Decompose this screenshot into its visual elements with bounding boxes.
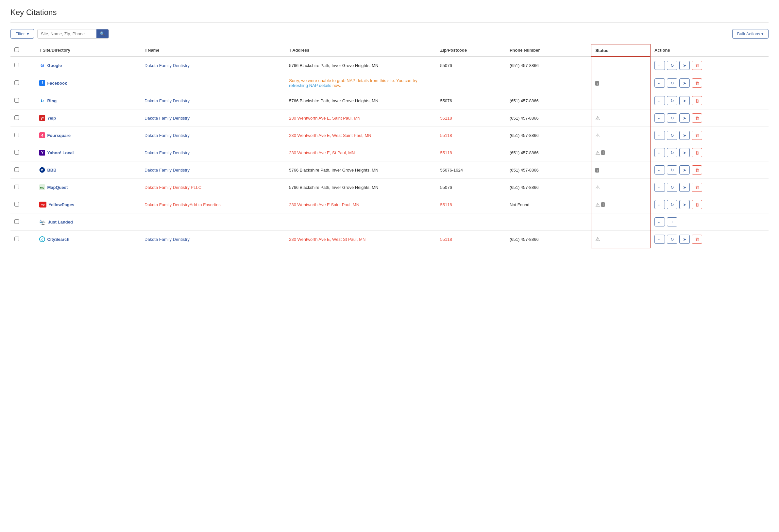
more-button[interactable]: ··· bbox=[654, 61, 665, 70]
delete-button[interactable]: 🗑 bbox=[692, 61, 702, 70]
more-button[interactable]: ··· bbox=[654, 165, 665, 175]
forward-button[interactable]: ➤ bbox=[679, 235, 690, 244]
status-icons: ⚠ i bbox=[595, 202, 605, 208]
forward-button[interactable]: ➤ bbox=[679, 96, 690, 105]
delete-button[interactable]: 🗑 bbox=[692, 148, 702, 157]
row-checkbox[interactable] bbox=[14, 133, 19, 137]
sync-button[interactable]: ↻ bbox=[667, 165, 677, 175]
more-button[interactable]: ··· bbox=[654, 235, 665, 244]
more-button[interactable]: ··· bbox=[654, 78, 665, 87]
name-link[interactable]: Dakota Family Dentistry bbox=[144, 237, 190, 242]
delete-button[interactable]: 🗑 bbox=[692, 131, 702, 140]
filter-button[interactable]: Filter ▾ bbox=[10, 29, 34, 39]
row-checkbox[interactable] bbox=[14, 63, 19, 67]
forward-button[interactable]: ➤ bbox=[679, 200, 690, 209]
row-checkbox-cell bbox=[10, 213, 35, 231]
yelp-icon: y! bbox=[39, 115, 45, 121]
row-checkbox[interactable] bbox=[14, 98, 19, 103]
sync-button[interactable]: ↻ bbox=[667, 113, 677, 123]
zip-value: 55118 bbox=[440, 116, 452, 121]
row-checkbox[interactable] bbox=[14, 202, 19, 206]
forward-button[interactable]: ➤ bbox=[679, 183, 690, 192]
sync-button[interactable]: ↻ bbox=[667, 183, 677, 192]
status-cell bbox=[591, 92, 650, 110]
more-button[interactable]: ··· bbox=[654, 131, 665, 140]
site-link[interactable]: Bing bbox=[47, 98, 57, 103]
address-cell: 5766 Blackshire Path, Inver Grove Height… bbox=[285, 179, 436, 196]
forward-button[interactable]: ➤ bbox=[679, 78, 690, 87]
site-link[interactable]: BBB bbox=[47, 168, 56, 173]
name-link[interactable]: Dakota Family Dentistry bbox=[144, 63, 190, 68]
phone-cell: (651) 457-8866 bbox=[506, 110, 591, 127]
phone-value: (651) 457-8866 bbox=[510, 98, 539, 103]
forward-button[interactable]: ➤ bbox=[679, 131, 690, 140]
zip-value: 55076 bbox=[440, 185, 452, 190]
search-button[interactable]: 🔍 bbox=[97, 29, 109, 38]
site-link[interactable]: Facebook bbox=[47, 81, 67, 86]
search-input[interactable] bbox=[38, 29, 97, 38]
row-checkbox[interactable] bbox=[14, 219, 19, 224]
more-button[interactable]: ··· bbox=[654, 200, 665, 209]
forward-button[interactable]: ➤ bbox=[679, 148, 690, 157]
sync-button[interactable]: ↻ bbox=[667, 61, 677, 70]
address-cell: 230 Wentworth Ave E, West St Paul, MN bbox=[285, 231, 436, 248]
more-button[interactable]: ··· bbox=[654, 96, 665, 105]
name-link[interactable]: Dakota Family Dentistry bbox=[144, 133, 190, 138]
row-checkbox[interactable] bbox=[14, 80, 19, 85]
name-cell: Dakota Family Dentistry bbox=[140, 127, 285, 144]
row-checkbox-cell bbox=[10, 144, 35, 161]
site-link[interactable]: Foursquare bbox=[47, 133, 71, 138]
row-checkbox[interactable] bbox=[14, 185, 19, 189]
sync-button[interactable]: ↻ bbox=[667, 200, 677, 209]
sync-button[interactable]: ↻ bbox=[667, 96, 677, 105]
delete-button[interactable]: 🗑 bbox=[692, 183, 702, 192]
site-link[interactable]: Yelp bbox=[47, 116, 56, 121]
mapquest-icon: MQ bbox=[39, 184, 45, 190]
site-link[interactable]: CitySearch bbox=[47, 237, 69, 242]
row-checkbox[interactable] bbox=[14, 150, 19, 154]
more-button[interactable]: ··· bbox=[654, 217, 665, 226]
delete-button[interactable]: 🗑 bbox=[692, 78, 702, 87]
address-cell bbox=[285, 213, 436, 231]
delete-button[interactable]: 🗑 bbox=[692, 113, 702, 123]
forward-button[interactable]: ➤ bbox=[679, 113, 690, 123]
bulk-actions-button[interactable]: Bulk Actions ▾ bbox=[732, 29, 769, 39]
site-link[interactable]: MapQuest bbox=[47, 185, 68, 190]
name-link[interactable]: Dakota Family Dentistry bbox=[144, 116, 190, 121]
name-link[interactable]: Dakota Family Dentistry bbox=[144, 150, 190, 155]
refresh-nap-link[interactable]: refreshing NAP details bbox=[289, 83, 331, 88]
delete-button[interactable]: 🗑 bbox=[692, 235, 702, 244]
select-all-checkbox[interactable] bbox=[14, 47, 19, 52]
name-cell bbox=[140, 74, 285, 92]
site-link[interactable]: Just Landed bbox=[48, 219, 73, 224]
site-link[interactable]: Yahoo! Local bbox=[47, 150, 73, 155]
name-link[interactable]: Dakota Family Dentistry bbox=[144, 168, 190, 173]
zip-cell: 55076 bbox=[436, 179, 506, 196]
delete-button[interactable]: 🗑 bbox=[692, 165, 702, 175]
forward-button[interactable]: ➤ bbox=[679, 61, 690, 70]
address-value: 230 Wentworth Ave E, Saint Paul, MN bbox=[289, 116, 360, 121]
site-link[interactable]: YellowPages bbox=[48, 202, 74, 207]
sync-button[interactable]: ↻ bbox=[667, 235, 677, 244]
forward-button[interactable]: ➤ bbox=[679, 165, 690, 175]
header-phone: Phone Number bbox=[506, 44, 591, 57]
status-cell bbox=[591, 57, 650, 74]
add-button[interactable]: + bbox=[667, 217, 677, 226]
site-link[interactable]: Google bbox=[47, 63, 62, 68]
sync-button[interactable]: ↻ bbox=[667, 131, 677, 140]
row-checkbox[interactable] bbox=[14, 167, 19, 172]
row-checkbox[interactable] bbox=[14, 115, 19, 120]
delete-button[interactable]: 🗑 bbox=[692, 200, 702, 209]
zip-cell bbox=[436, 74, 506, 92]
row-checkbox[interactable] bbox=[14, 237, 19, 241]
delete-button[interactable]: 🗑 bbox=[692, 96, 702, 105]
sync-button[interactable]: ↻ bbox=[667, 78, 677, 87]
page-title: Key Citations bbox=[10, 8, 769, 17]
sync-button[interactable]: ↻ bbox=[667, 148, 677, 157]
table-body: GGoogleDakota Family Dentistry5766 Black… bbox=[10, 57, 769, 248]
more-button[interactable]: ··· bbox=[654, 113, 665, 123]
zip-cell: 55076-1624 bbox=[436, 161, 506, 179]
more-button[interactable]: ··· bbox=[654, 183, 665, 192]
more-button[interactable]: ··· bbox=[654, 148, 665, 157]
name-link[interactable]: Dakota Family Dentistry bbox=[144, 98, 190, 103]
